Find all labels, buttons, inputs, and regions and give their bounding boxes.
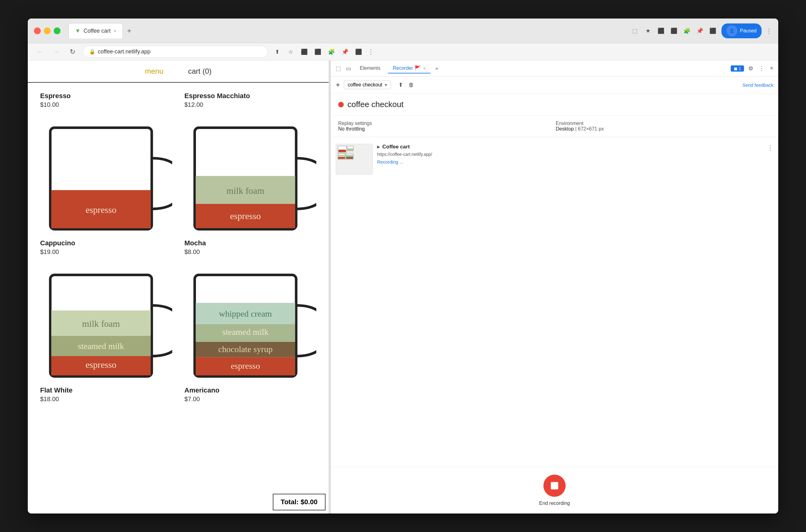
mocha-name: Mocha <box>185 239 316 247</box>
devtools-toolbar: ⬚ ▭ Elements Recorder 🚩 × » ◼ 1 ⚙ ⋮ × <box>331 60 778 77</box>
coffee-item-cappucino[interactable]: Cappucino $19.00 milk foam <box>40 239 172 377</box>
devtools-more-tabs[interactable]: » <box>433 64 441 73</box>
recording-item-name: ▶ Coffee cart <box>377 144 763 150</box>
cappucino-name: Cappucino <box>40 239 172 247</box>
flatwhite-price: $18.00 <box>40 396 172 403</box>
ext-pin-icon[interactable]: 📌 <box>341 48 349 56</box>
coffee-item-mocha[interactable]: Mocha $8.00 <box>185 239 316 377</box>
browser-window: ▼ Coffee cart × + ⬚ ★ ⬛ ⬛ 🧩 📌 ⬛ 👤 Paused… <box>28 19 778 513</box>
nav-bar: ← → ↻ 🔒 coffee-cart.netlify.app ⬆ ☆ ⬛ ⬛ … <box>28 43 778 60</box>
tab-favicon: ▼ <box>75 28 80 34</box>
share-icon[interactable]: ⬆ <box>273 48 282 56</box>
extension-icon-6[interactable]: 📌 <box>695 26 704 35</box>
svg-text:chocolate syrup: chocolate syrup <box>218 344 272 354</box>
recorder-header: + coffee checkout ▾ ⬆ 🗑 Send feedback <box>331 77 778 94</box>
environment-label: Environment <box>556 121 771 126</box>
extension-icon-1[interactable]: ⬚ <box>631 26 639 35</box>
active-tab[interactable]: ▼ Coffee cart × <box>69 23 123 39</box>
extension-icon-3[interactable]: ⬛ <box>657 26 665 35</box>
coffee-item-americano[interactable]: Americano $7.00 <box>185 386 316 406</box>
stop-recording-button[interactable] <box>543 475 565 497</box>
cappucino-price: $19.00 <box>40 248 172 255</box>
star-icon[interactable]: ☆ <box>286 48 295 56</box>
grid-icon[interactable]: ⬛ <box>300 48 309 56</box>
recording-more-menu[interactable]: ⋮ <box>767 144 773 151</box>
svg-rect-3 <box>51 218 151 228</box>
devtools-settings-icon[interactable]: ⚙ <box>747 64 754 73</box>
coffee-item-espresso[interactable]: Espresso $10.00 <box>40 92 172 230</box>
extension-icon-7[interactable]: ⬛ <box>709 26 717 35</box>
chat-badge[interactable]: ◼ 1 <box>731 65 744 72</box>
delete-recording-button[interactable]: 🗑 <box>407 80 415 90</box>
svg-rect-31 <box>338 155 345 157</box>
mocha-cup: whipped cream steamed milk chocolate syr… <box>185 259 316 397</box>
ext-extra-icon[interactable]: ⬛ <box>354 48 363 56</box>
maximize-button[interactable] <box>54 27 60 34</box>
stop-icon <box>551 482 558 489</box>
americano-name: Americano <box>185 386 316 394</box>
expand-icon[interactable]: ▶ <box>377 145 380 149</box>
extension-icon-4[interactable]: ⬛ <box>670 26 678 35</box>
nav-menu-icon[interactable]: ⋮ <box>368 48 374 56</box>
browser-menu-icon[interactable]: ⋮ <box>766 27 772 35</box>
nav-menu-item[interactable]: menu <box>145 64 163 78</box>
close-button[interactable] <box>34 27 41 34</box>
svg-text:espresso: espresso <box>230 211 261 221</box>
back-button[interactable]: ← <box>34 46 46 57</box>
coffee-menu-wrapper: Espresso $10.00 <box>28 83 329 513</box>
ext-puzzle-icon[interactable]: 🧩 <box>327 48 336 56</box>
devtools-tab-elements[interactable]: Elements <box>355 63 385 73</box>
total-box: Total: $0.00 <box>273 494 326 510</box>
devtools-kebab-menu[interactable]: ⋮ <box>757 64 766 73</box>
export-recording-button[interactable]: ⬆ <box>397 80 404 90</box>
svg-text:milk foam: milk foam <box>82 319 120 329</box>
devtools-panel: ⬚ ▭ Elements Recorder 🚩 × » ◼ 1 ⚙ ⋮ × <box>331 60 778 513</box>
resolution-divider: | <box>575 126 578 131</box>
forward-button[interactable]: → <box>51 46 62 57</box>
devtools-tab-recorder[interactable]: Recorder 🚩 × <box>388 63 430 73</box>
tab-close-button[interactable]: × <box>114 28 116 33</box>
profile-icon[interactable]: ⬛ <box>313 48 322 56</box>
send-feedback-link[interactable]: Send feedback <box>743 82 773 88</box>
tab-title: Coffee cart <box>84 28 111 34</box>
svg-text:espresso: espresso <box>85 205 116 215</box>
svg-rect-27 <box>339 150 346 152</box>
paused-label: Paused <box>740 28 756 34</box>
minimize-button[interactable] <box>44 27 51 34</box>
svg-rect-29 <box>347 148 353 151</box>
recording-name-text: Coffee cart <box>382 144 410 150</box>
dropdown-chevron-icon: ▾ <box>385 82 387 87</box>
extension-icon-5[interactable]: 🧩 <box>683 26 691 35</box>
address-bar[interactable]: 🔒 coffee-cart.netlify.app <box>83 46 268 58</box>
recording-title-section: coffee checkout <box>331 94 778 116</box>
nav-cart-item[interactable]: cart (0) <box>188 64 212 78</box>
lock-icon: 🔒 <box>89 49 95 55</box>
recording-list-item[interactable]: ▶ Coffee cart https://coffee-cart.netlif… <box>331 141 778 178</box>
devtools-cursor-icon[interactable]: ⬚ <box>334 64 342 73</box>
devtools-close-button[interactable]: × <box>769 64 774 73</box>
desktop-value: Desktop <box>556 126 574 131</box>
recorder-tab-close[interactable]: × <box>423 66 425 71</box>
paused-badge[interactable]: 👤 Paused <box>722 23 762 38</box>
add-recording-button[interactable]: + <box>336 80 340 89</box>
devtools-mobile-icon[interactable]: ▭ <box>345 64 352 73</box>
svg-text:espresso: espresso <box>231 361 260 370</box>
espresso-cup: espresso <box>40 112 172 250</box>
extension-icon-2[interactable]: ★ <box>644 26 652 35</box>
americano-price: $7.00 <box>185 396 316 403</box>
svg-rect-36 <box>346 157 353 158</box>
replay-settings-section: Replay settings No throttling Environmen… <box>331 116 778 137</box>
mocha-price: $8.00 <box>185 248 316 255</box>
new-tab-button[interactable]: + <box>124 26 135 35</box>
recording-selector[interactable]: coffee checkout ▾ <box>344 80 391 89</box>
chat-count: 1 <box>739 66 741 71</box>
end-recording-label: End recording <box>539 500 570 506</box>
svg-text:milk foam: milk foam <box>227 186 264 196</box>
espresso-price: $10.00 <box>40 101 172 108</box>
coffee-item-flatwhite[interactable]: Flat White $18.00 <box>40 386 172 406</box>
cappucino-cup: milk foam steamed milk espresso <box>40 259 172 397</box>
refresh-button[interactable]: ↻ <box>67 46 78 57</box>
extensions-area: ⬚ ★ ⬛ ⬛ 🧩 📌 ⬛ 👤 Paused ⋮ <box>631 23 772 38</box>
thumb-cell-1 <box>337 145 354 160</box>
coffee-item-macchiato[interactable]: Espresso Macchiato $12.00 milk foam espr… <box>185 92 316 230</box>
